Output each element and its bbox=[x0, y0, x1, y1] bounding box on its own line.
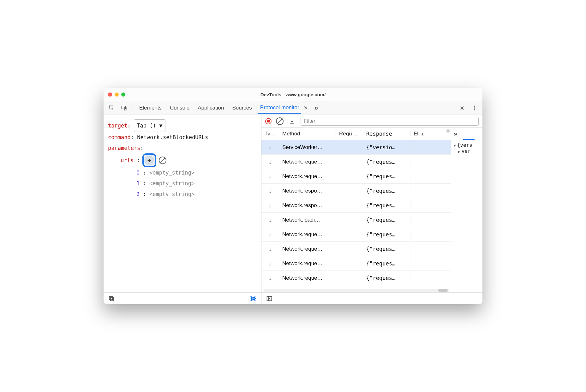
grid-area: Type Method Requ… Response El.▲ ↓Service… bbox=[261, 128, 482, 292]
col-response[interactable]: Response bbox=[363, 131, 410, 137]
download-icon[interactable] bbox=[288, 117, 296, 125]
kebab-menu-icon[interactable] bbox=[470, 104, 479, 112]
target-select[interactable]: Tab () ▼ bbox=[134, 119, 165, 132]
command-editor: target: Tab () ▼ command: Network.setBlo… bbox=[104, 115, 261, 292]
left-statusbar bbox=[104, 292, 261, 304]
svg-point-6 bbox=[474, 109, 475, 110]
table-row[interactable]: ↓ServiceWorker…{"versio… bbox=[261, 140, 451, 155]
settings-gear-icon[interactable] bbox=[458, 104, 466, 112]
grid-body[interactable]: ↓ServiceWorker…{"versio…↓Network.reque…{… bbox=[261, 140, 451, 288]
vertical-scroll-indicator[interactable] bbox=[446, 129, 450, 133]
table-row[interactable]: ↓Network.reque…{"reques… bbox=[261, 155, 451, 169]
window-close-button[interactable] bbox=[108, 92, 112, 97]
details-panel: » ▼{vers ▶ver bbox=[451, 128, 482, 292]
table-row[interactable]: ↓Network.respo…{"reques… bbox=[261, 198, 451, 213]
copy-icon[interactable] bbox=[107, 294, 116, 303]
add-item-button[interactable]: + bbox=[145, 156, 154, 165]
inspect-icon[interactable] bbox=[107, 104, 116, 112]
table-row[interactable]: ↓Network.respo…{"reques… bbox=[261, 184, 451, 198]
tab-protocol-monitor[interactable]: Protocol monitor bbox=[258, 102, 301, 114]
grid-header: Type Method Requ… Response El.▲ bbox=[261, 128, 451, 140]
protocol-grid: Type Method Requ… Response El.▲ ↓Service… bbox=[261, 128, 451, 292]
arrow-down-icon: ↓ bbox=[269, 158, 272, 165]
chevron-down-icon: ▼ bbox=[159, 120, 162, 131]
tab-console[interactable]: Console bbox=[168, 102, 191, 114]
titlebar: DevTools - www.google.com/ bbox=[104, 88, 482, 101]
send-button[interactable] bbox=[249, 294, 257, 303]
urls-label: urls bbox=[121, 157, 134, 163]
table-row[interactable]: ↓Network.loadi…{"reques… bbox=[261, 213, 451, 227]
right-pane: Type Method Requ… Response El.▲ ↓Service… bbox=[261, 115, 482, 304]
tab-application[interactable]: Application bbox=[196, 102, 226, 114]
tree-root[interactable]: ▼{vers bbox=[454, 142, 480, 148]
toolbar-divider bbox=[133, 104, 133, 111]
svg-point-5 bbox=[474, 107, 475, 108]
sort-asc-icon: ▲ bbox=[421, 132, 425, 136]
command-value[interactable]: Network.setBlockedURLs bbox=[137, 134, 208, 140]
arrow-down-icon: ↓ bbox=[269, 187, 272, 194]
parameters-label: parameters bbox=[108, 145, 140, 151]
col-elapsed[interactable]: El.▲ bbox=[410, 131, 431, 137]
clear-items-button[interactable] bbox=[159, 157, 166, 164]
url-item[interactable]: 2 : <empty_string> bbox=[108, 189, 257, 199]
svg-point-4 bbox=[474, 105, 475, 106]
table-row[interactable]: ↓Network.reque…{"reques… bbox=[261, 256, 451, 271]
protocol-toolbar bbox=[261, 115, 482, 128]
tab-elements[interactable]: Elements bbox=[137, 102, 164, 114]
col-method[interactable]: Method bbox=[279, 131, 336, 137]
tree-child[interactable]: ▶ver bbox=[454, 148, 480, 154]
svg-rect-7 bbox=[111, 297, 114, 300]
url-item[interactable]: 0 : <empty_string> bbox=[108, 167, 257, 178]
add-item-highlight: + bbox=[142, 153, 156, 167]
device-toggle-icon[interactable] bbox=[120, 104, 128, 112]
triangle-down-icon: ▼ bbox=[454, 144, 456, 148]
arrow-down-icon: ↓ bbox=[269, 274, 272, 282]
target-label: target bbox=[108, 122, 127, 129]
table-row[interactable]: ↓Network.reque…{"reques… bbox=[261, 242, 451, 256]
tab-sources[interactable]: Sources bbox=[230, 102, 254, 114]
command-label: command bbox=[108, 134, 131, 140]
arrow-down-icon: ↓ bbox=[269, 202, 272, 209]
arrow-down-icon: ↓ bbox=[269, 216, 272, 223]
horizontal-scrollbar[interactable] bbox=[261, 288, 451, 292]
window-title: DevTools - www.google.com/ bbox=[104, 92, 482, 97]
left-pane: target: Tab () ▼ command: Network.setBlo… bbox=[104, 115, 261, 304]
record-button[interactable] bbox=[265, 118, 272, 124]
col-type[interactable]: Type bbox=[261, 131, 279, 137]
clear-log-button[interactable] bbox=[276, 117, 284, 125]
main-split: target: Tab () ▼ command: Network.setBlo… bbox=[104, 115, 482, 304]
svg-point-3 bbox=[461, 107, 463, 109]
filter-input[interactable] bbox=[301, 117, 479, 126]
window-zoom-button[interactable] bbox=[121, 92, 125, 97]
more-tabs-icon[interactable]: » bbox=[312, 104, 320, 112]
col-request[interactable]: Requ… bbox=[336, 131, 363, 137]
window: DevTools - www.google.com/ Elements Cons… bbox=[104, 88, 482, 304]
more-details-icon[interactable]: » bbox=[454, 130, 457, 138]
table-row[interactable]: ↓Network.reque…{"reques… bbox=[261, 271, 451, 285]
url-item[interactable]: 1 : <empty_string> bbox=[108, 178, 257, 189]
arrow-down-icon: ↓ bbox=[269, 173, 272, 180]
table-row[interactable]: ↓Network.reque…{"reques… bbox=[261, 169, 451, 184]
close-tab-button[interactable]: ✕ bbox=[304, 105, 308, 111]
arrow-down-icon: ↓ bbox=[269, 231, 272, 238]
main-toolbar: Elements Console Application Sources Pro… bbox=[104, 101, 482, 115]
right-statusbar bbox=[261, 292, 482, 304]
arrow-down-icon: ↓ bbox=[269, 260, 272, 267]
svg-rect-8 bbox=[109, 296, 112, 300]
arrow-down-icon: ↓ bbox=[269, 245, 272, 252]
toggle-panel-icon[interactable] bbox=[265, 294, 273, 303]
table-row[interactable]: ↓Network.respo…{"reques… bbox=[261, 285, 451, 288]
svg-rect-1 bbox=[122, 106, 126, 109]
window-minimize-button[interactable] bbox=[115, 92, 119, 97]
arrow-down-icon: ↓ bbox=[269, 144, 272, 151]
table-row[interactable]: ↓Network.reque…{"reques… bbox=[261, 227, 451, 242]
triangle-right-icon: ▶ bbox=[458, 150, 460, 154]
